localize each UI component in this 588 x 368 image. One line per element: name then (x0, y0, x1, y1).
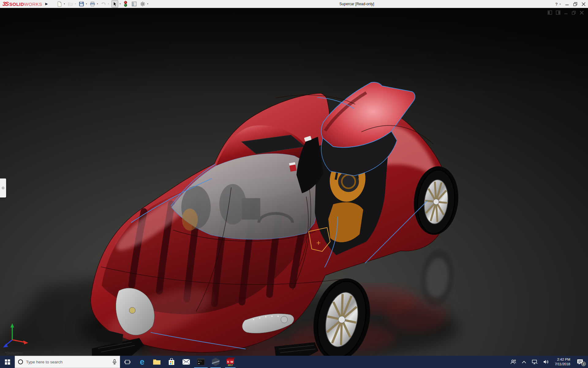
save-floppy-icon (79, 1, 84, 7)
taskbar-app-file-explorer[interactable] (149, 356, 164, 368)
taskbar-app-mail[interactable] (179, 356, 194, 368)
logo-text-bold: SOLID (9, 2, 24, 7)
quick-access-toolbar: ▾ ▾ ▾ ▾ (56, 0, 150, 8)
clock-time: 2:42 PM (555, 357, 570, 362)
taskbar-app-edge[interactable]: e (135, 356, 149, 368)
people-button[interactable] (508, 356, 518, 368)
volume-button[interactable] (541, 356, 551, 368)
network-button[interactable] (530, 356, 540, 368)
taskbar-app-store[interactable] (164, 356, 179, 368)
undo-button[interactable] (100, 1, 107, 7)
new-document-button[interactable] (56, 1, 62, 7)
logo-text-light: WORKS (24, 2, 42, 7)
select-cursor-icon (112, 1, 118, 7)
hexagon-app-icon (212, 358, 220, 366)
feature-pane-icon[interactable] (548, 10, 552, 15)
rebuild-traffic-light-icon (123, 1, 128, 7)
solidworks-logo-mark-icon: 3S (2, 1, 8, 7)
doc-minimize-icon[interactable] (564, 11, 568, 15)
command-prompt-icon: C:\ (197, 358, 205, 366)
system-tray: 2:42 PM 7/11/2018 3 (508, 356, 588, 368)
minimize-button-icon[interactable] (565, 2, 569, 6)
file-properties-icon (131, 1, 137, 7)
rebuild-button[interactable] (123, 0, 128, 7)
menu-flyout-arrow-icon[interactable]: ▶ (45, 2, 48, 6)
title-bar: 3S SOLID WORKS ▶ ▾ ▾ ▾ (0, 0, 588, 8)
svg-text:C:\: C:\ (198, 360, 202, 362)
undo-arrow-icon (101, 1, 106, 7)
print-button[interactable] (89, 1, 96, 7)
dropdown-caret-icon[interactable]: ▾ (119, 2, 121, 5)
clock[interactable]: 2:42 PM 7/11/2018 (552, 356, 573, 368)
start-button[interactable] (0, 356, 15, 368)
taskbar-app-solidworks[interactable]: S W 2017 (223, 356, 238, 368)
display-pane-icon[interactable] (556, 10, 560, 15)
taskbar-app-hexagon[interactable] (208, 356, 223, 368)
save-button[interactable] (78, 1, 85, 7)
print-icon (90, 1, 95, 7)
edge-icon: e (140, 358, 144, 366)
dropdown-caret-icon[interactable]: ▾ (97, 2, 98, 5)
speaker-icon (543, 359, 549, 364)
window-controls: ? ▾ (555, 0, 586, 8)
action-center-button[interactable]: 3 (574, 356, 586, 368)
clock-date: 7/11/2018 (555, 362, 570, 366)
tray-overflow-button[interactable] (520, 356, 528, 368)
supercar-3d-render (0, 8, 588, 356)
notification-badge: 3 (581, 362, 586, 366)
network-icon (532, 359, 538, 365)
dropdown-caret-icon[interactable]: ▾ (75, 2, 76, 5)
windows-taskbar: e C:\ (0, 356, 588, 368)
solidworks-logo: 3S SOLID WORKS (2, 1, 42, 7)
help-button[interactable]: ? (555, 1, 558, 7)
taskbar-app-command-prompt[interactable]: C:\ (194, 356, 208, 368)
help-caret-icon[interactable]: ▾ (560, 3, 561, 6)
view-orientation-label: *Dimetric (5, 351, 23, 355)
people-icon (510, 359, 516, 365)
close-button-icon[interactable] (582, 2, 586, 6)
options-gear-icon (140, 1, 145, 7)
open-button[interactable] (67, 1, 74, 7)
document-window-controls (548, 10, 584, 15)
microsoft-store-icon (168, 358, 175, 366)
dropdown-caret-icon[interactable]: ▾ (108, 2, 109, 5)
task-view-icon (124, 359, 130, 365)
select-tool-button[interactable] (111, 0, 118, 8)
pane-tab-icon (2, 187, 4, 189)
graphics-viewport[interactable]: *Dimetric (0, 8, 588, 356)
options-button[interactable] (140, 1, 146, 7)
task-view-button[interactable] (120, 356, 135, 368)
collapsed-pane-tab[interactable] (0, 178, 6, 197)
solidworks-app-window: 3S SOLID WORKS ▶ ▾ ▾ ▾ (0, 0, 588, 368)
open-folder-icon (68, 1, 73, 7)
search-input[interactable] (26, 360, 109, 364)
doc-restore-icon[interactable] (572, 11, 576, 15)
file-properties-button[interactable] (131, 1, 137, 7)
windows-logo-icon (5, 359, 10, 365)
dropdown-caret-icon[interactable]: ▾ (64, 2, 65, 5)
mail-icon (182, 359, 190, 365)
window-title: Supercar [Read-only] (339, 2, 374, 6)
dropdown-caret-icon[interactable]: ▾ (147, 2, 148, 5)
cortana-icon (18, 359, 23, 364)
dropdown-caret-icon[interactable]: ▾ (86, 2, 87, 5)
microphone-icon[interactable] (112, 359, 117, 365)
file-explorer-icon (153, 358, 161, 365)
doc-close-icon[interactable] (580, 11, 584, 15)
restore-button-icon[interactable] (573, 2, 577, 6)
chevron-up-icon (522, 361, 526, 363)
solidworks-2017-icon: S W 2017 (226, 357, 235, 366)
taskbar-search[interactable] (15, 356, 120, 368)
new-document-icon (57, 1, 62, 7)
